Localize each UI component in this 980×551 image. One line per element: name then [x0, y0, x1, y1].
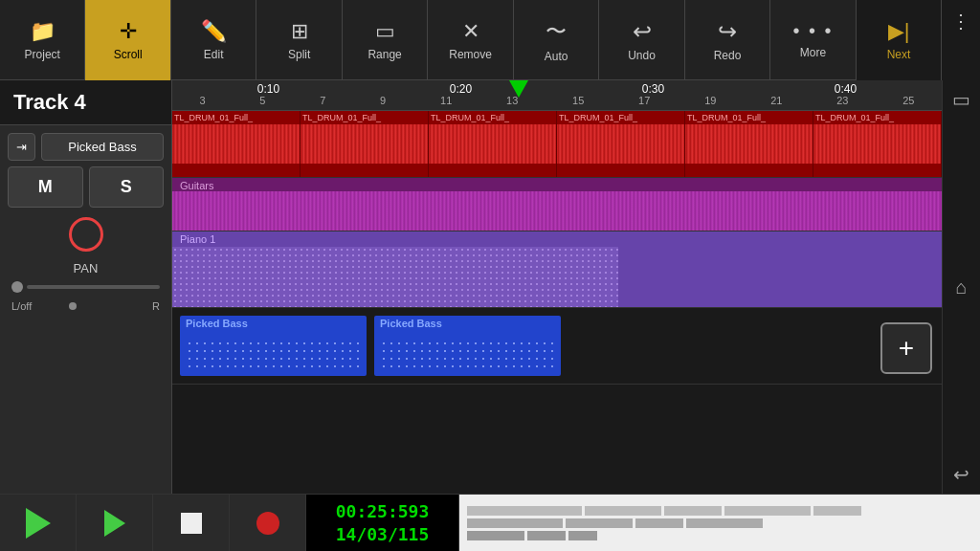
- drum-waveform-5: [685, 124, 813, 164]
- mini-bar-4: [724, 506, 811, 516]
- bass-label-1: Picked Bass: [186, 318, 248, 329]
- drum-label-1: TL_DRUM_01_Full_: [174, 113, 253, 122]
- pan-lr-row: L/off R: [8, 298, 164, 314]
- play-icon: [104, 510, 125, 537]
- drum-segment-6[interactable]: TL_DRUM_01_Full_: [813, 111, 942, 177]
- scroll-button[interactable]: ✛ Scroll: [85, 0, 170, 80]
- ruler-num-3: 7: [320, 95, 325, 106]
- mini-bar-7: [566, 518, 633, 528]
- mini-bar-12: [568, 531, 597, 540]
- instrument-name-button[interactable]: Picked Bass: [41, 133, 164, 161]
- mini-bar-11: [527, 531, 566, 540]
- mute-button[interactable]: M: [8, 166, 83, 208]
- mini-bar-9: [686, 518, 763, 528]
- mini-bar-3: [664, 506, 722, 516]
- stop-button[interactable]: [153, 495, 230, 552]
- bass-segment-2[interactable]: Picked Bass: [374, 316, 561, 376]
- undo-icon: ↩: [633, 18, 652, 45]
- drum-segment-3[interactable]: TL_DRUM_01_Full_: [429, 111, 557, 177]
- drum-waveform-6: [813, 124, 941, 164]
- mini-bar-10: [467, 531, 524, 540]
- instrument-row: ⇥ Picked Bass: [8, 133, 164, 161]
- more-label: More: [800, 46, 826, 59]
- mini-bar-row-3: [467, 531, 972, 540]
- range-button[interactable]: ▭ Range: [343, 0, 428, 80]
- drum-segment-2[interactable]: TL_DRUM_01_Full_: [301, 111, 429, 177]
- scroll-icon: ✛: [120, 19, 137, 44]
- playhead: [509, 80, 528, 98]
- track-title: Track 4: [0, 80, 171, 125]
- window-icon[interactable]: ▭: [952, 88, 970, 111]
- edit-button[interactable]: ✏️ Edit: [171, 0, 256, 80]
- solo-button[interactable]: S: [89, 166, 165, 208]
- piano-label: Piano 1: [180, 233, 215, 245]
- ruler-num-11: 23: [836, 95, 848, 106]
- auto-label: Auto: [545, 50, 568, 63]
- ruler-num-5: 11: [440, 95, 452, 106]
- track-area: 0:10 0:20 0:30 0:40 3 5 7 9 11 13 15 17: [172, 80, 942, 494]
- drum-waveform-4: [557, 124, 684, 164]
- split-label: Split: [288, 48, 310, 61]
- time-bottom: 14/03/115: [336, 523, 430, 545]
- instrument-icon-button[interactable]: ⇥: [8, 133, 35, 161]
- next-icon: ▶|: [888, 19, 910, 44]
- redo-button[interactable]: ↪ Redo: [685, 0, 770, 80]
- mini-mixer: [459, 495, 980, 552]
- ruler-num-7: 15: [572, 95, 584, 106]
- pan-knob[interactable]: [11, 281, 23, 293]
- options-icon[interactable]: ⋮: [942, 0, 980, 80]
- pan-slider-row: [8, 281, 164, 293]
- drum-waveform-1: [172, 124, 300, 164]
- drum-segment-4[interactable]: TL_DRUM_01_Full_: [557, 111, 685, 177]
- remove-button[interactable]: ✕ Remove: [428, 0, 513, 80]
- undo-button[interactable]: ↩ Undo: [599, 0, 684, 80]
- content-row: Track 4 ⇥ Picked Bass M S PAN: [0, 80, 980, 494]
- mini-bar-8: [635, 518, 683, 528]
- record-button[interactable]: [69, 217, 103, 252]
- mini-bar-row-2: [467, 518, 972, 528]
- tracks-container: TL_DRUM_01_Full_ TL_DRUM_01_Full_ TL_DRU…: [172, 111, 942, 494]
- project-button[interactable]: 📁 Project: [0, 0, 85, 80]
- ruler-num-1: 3: [199, 95, 205, 106]
- ruler-num-10: 21: [770, 95, 782, 106]
- pan-slider[interactable]: [27, 285, 160, 289]
- ruler-marker-1: 0:10: [257, 82, 279, 96]
- play-button[interactable]: [77, 495, 153, 552]
- ruler-marker-2: 0:20: [450, 82, 472, 96]
- ruler-marker-4: 0:40: [835, 82, 857, 96]
- edit-icon: ✏️: [201, 19, 227, 44]
- add-clip-button[interactable]: +: [880, 322, 932, 374]
- guitar-waveform: [172, 191, 942, 231]
- split-button[interactable]: ⊞ Split: [256, 0, 342, 80]
- ruler-marker-3: 0:30: [642, 82, 664, 96]
- ruler-numbers: 0:10 0:20 0:30 0:40 3 5 7 9 11 13 15 17: [172, 80, 942, 108]
- bass-segment-1[interactable]: Picked Bass: [180, 316, 367, 376]
- mini-bar-row-1: [467, 506, 972, 516]
- timeline-ruler: 0:10 0:20 0:30 0:40 3 5 7 9 11 13 15 17: [172, 80, 942, 111]
- range-icon: ▭: [375, 19, 395, 44]
- bass-track: Picked Bass Picked Bass +: [172, 308, 942, 385]
- drum-segment-5[interactable]: TL_DRUM_01_Full_: [685, 111, 813, 177]
- track-controls: ⇥ Picked Bass M S PAN L/off: [0, 125, 171, 321]
- pan-center-dot: [69, 302, 77, 310]
- piano-midi-dots: [172, 247, 618, 307]
- redo-icon: ↪: [718, 18, 737, 45]
- auto-button[interactable]: 〜 Auto: [514, 0, 599, 80]
- toolbar: 📁 Project ✛ Scroll ✏️ Edit ⊞ Split ▭ Ran…: [0, 0, 980, 80]
- folder-icon: 📁: [30, 19, 56, 44]
- ruler-top-markers: 0:10 0:20 0:30 0:40: [172, 82, 942, 96]
- next-button[interactable]: ▶| Next: [857, 0, 942, 80]
- pan-label: PAN: [8, 261, 164, 276]
- drum-segment-1[interactable]: TL_DRUM_01_Full_: [172, 111, 301, 177]
- play-loop-button[interactable]: [0, 495, 77, 552]
- back-icon[interactable]: ↩: [953, 463, 969, 486]
- guitar-track: Guitars: [172, 178, 942, 231]
- more-button[interactable]: • • • More: [770, 0, 856, 80]
- time-display: 00:25:593 14/03/115: [306, 495, 459, 552]
- bottom-bar: 00:25:593 14/03/115: [0, 494, 980, 551]
- drum-waveform-3: [429, 124, 556, 164]
- home-icon[interactable]: ⌂: [955, 276, 967, 298]
- guitar-label: Guitars: [180, 180, 213, 191]
- record-icon: [256, 512, 279, 535]
- record-transport-button[interactable]: [230, 495, 306, 552]
